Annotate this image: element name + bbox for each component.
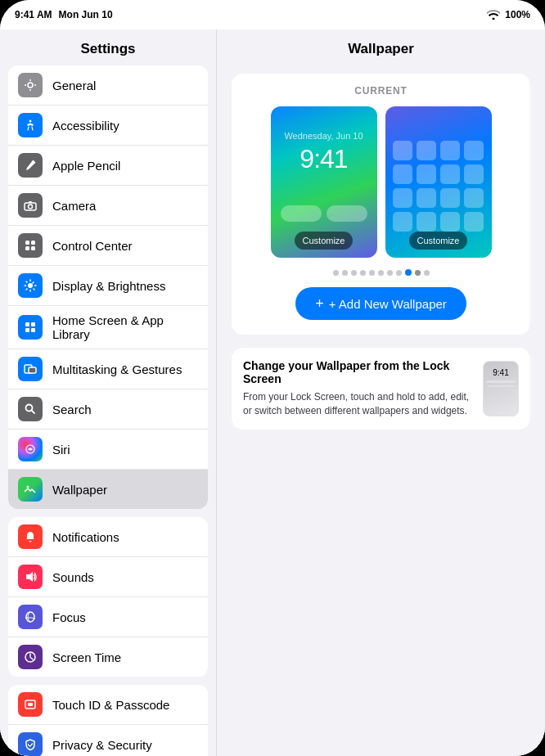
info-thumb-bar: [486, 380, 516, 383]
dot-11: [424, 270, 430, 276]
sidebar-item-homescreen[interactable]: Home Screen & App Library: [8, 306, 208, 349]
wallpaper-label: Wallpaper: [52, 483, 107, 497]
screentime-label: Screen Time: [52, 650, 121, 664]
svg-point-1: [29, 120, 32, 123]
multitasking-icon: [18, 357, 43, 381]
info-thumb: 9:41: [483, 361, 519, 416]
sidebar-item-siri[interactable]: Siri: [8, 430, 208, 470]
pagination-dots: [243, 269, 519, 276]
dot-8: [396, 270, 402, 276]
pencil-icon: [18, 153, 43, 178]
siri-icon: [18, 437, 43, 461]
info-thumb-time: 9:41: [493, 368, 508, 377]
accessibility-label: Accessibility: [52, 119, 119, 133]
dot-9-active: [405, 269, 412, 276]
focus-icon: [18, 605, 43, 629]
wallpaper-card: CURRENT Wednesday, Jun 10 9:41 Customize: [232, 74, 530, 335]
dot-2: [342, 270, 348, 276]
sidebar-section-1: General Accessibility Apple Pencil: [8, 65, 208, 509]
sidebar-section-2: Notifications Sounds Focus: [8, 517, 208, 677]
dot-3: [351, 270, 357, 276]
main-scroll: CURRENT Wednesday, Jun 10 9:41 Customize: [217, 65, 545, 756]
lock-screen-preview[interactable]: Wednesday, Jun 10 9:41 Customize: [271, 106, 377, 258]
siri-label: Siri: [52, 443, 70, 457]
sidebar-item-touchid[interactable]: Touch ID & Passcode: [8, 685, 208, 725]
time-display: 9:41 AM: [15, 9, 52, 20]
sidebar-item-search[interactable]: Search: [8, 389, 208, 430]
svg-point-15: [26, 405, 33, 412]
svg-rect-21: [28, 703, 33, 706]
dot-5: [369, 270, 375, 276]
svg-rect-4: [25, 241, 29, 245]
main-content: Wallpaper CURRENT Wednesday, Jun 10 9:41: [217, 29, 545, 756]
sounds-icon: [18, 565, 43, 589]
privacy-icon: [18, 732, 43, 756]
sidebar-item-focus[interactable]: Focus: [8, 597, 208, 637]
svg-point-3: [29, 205, 33, 209]
svg-marker-18: [26, 572, 33, 582]
sidebar-item-apple-pencil[interactable]: Apple Pencil: [8, 146, 208, 186]
svg-point-8: [28, 283, 33, 288]
sidebar-item-control-center[interactable]: Control Center: [8, 226, 208, 266]
sidebar-title: Settings: [0, 29, 216, 65]
info-thumb-bar2: [488, 385, 514, 387]
lock-date: Wednesday, Jun 10: [284, 131, 363, 141]
svg-rect-7: [31, 246, 35, 250]
notifications-icon: [18, 524, 43, 549]
sidebar: Settings General Accessibility: [0, 29, 217, 756]
apple-pencil-label: Apple Pencil: [52, 159, 120, 173]
notifications-label: Notifications: [52, 530, 119, 544]
touchid-label: Touch ID & Passcode: [52, 698, 169, 712]
sidebar-item-general[interactable]: General: [8, 65, 208, 106]
status-bar: 9:41 AM Mon Jun 10 100%: [0, 0, 545, 29]
add-wallpaper-button[interactable]: + + Add New Wallpaper: [295, 287, 466, 320]
dot-7: [387, 270, 393, 276]
homescreen-icon: [18, 315, 43, 340]
current-label: CURRENT: [243, 85, 519, 97]
home-customize-btn[interactable]: Customize: [409, 232, 468, 250]
search-label: Search: [52, 403, 92, 416]
general-icon: [18, 73, 43, 97]
main-title: Wallpaper: [217, 29, 545, 65]
svg-rect-12: [31, 328, 35, 332]
sidebar-item-multitasking[interactable]: Multitasking & Gestures: [8, 349, 208, 389]
device-frame: 9:41 AM Mon Jun 10 100% Settings: [0, 0, 545, 756]
content-area: Settings General Accessibility: [0, 29, 545, 756]
info-card-title: Change your Wallpaper from the Lock Scre…: [243, 359, 473, 385]
add-wallpaper-label: + Add New Wallpaper: [329, 297, 447, 311]
lock-widgets: [274, 199, 374, 228]
sidebar-item-display[interactable]: Display & Brightness: [8, 266, 208, 306]
search-icon: [18, 397, 43, 421]
control-center-icon: [18, 233, 43, 258]
add-icon: +: [315, 296, 324, 311]
focus-label: Focus: [52, 610, 86, 624]
date-display: Mon Jun 10: [59, 9, 113, 20]
wifi-icon: [487, 10, 500, 20]
accessibility-icon: [18, 113, 43, 137]
homescreen-label: Home Screen & App Library: [52, 313, 198, 341]
home-icons-grid: [393, 141, 484, 232]
svg-rect-9: [25, 322, 29, 326]
home-screen-preview[interactable]: Customize: [385, 106, 492, 258]
info-text: Change your Wallpaper from the Lock Scre…: [243, 359, 473, 418]
sidebar-item-notifications[interactable]: Notifications: [8, 517, 208, 557]
sidebar-item-camera[interactable]: Camera: [8, 186, 208, 226]
svg-rect-10: [31, 322, 35, 326]
camera-icon: [18, 193, 43, 218]
sidebar-item-sounds[interactable]: Sounds: [8, 557, 208, 597]
info-card-body: From your Lock Screen, touch and hold to…: [243, 390, 473, 418]
svg-point-17: [27, 486, 29, 488]
sounds-label: Sounds: [52, 570, 94, 584]
sidebar-item-privacy[interactable]: Privacy & Security: [8, 725, 208, 756]
sidebar-list: General Accessibility Apple Pencil: [0, 65, 216, 756]
sidebar-item-wallpaper[interactable]: Wallpaper: [8, 470, 208, 509]
info-card: Change your Wallpaper from the Lock Scre…: [232, 348, 530, 430]
dot-1: [333, 270, 339, 276]
display-icon: [18, 273, 43, 298]
privacy-label: Privacy & Security: [52, 738, 152, 752]
sidebar-item-accessibility[interactable]: Accessibility: [8, 106, 208, 146]
camera-label: Camera: [52, 199, 96, 213]
lock-customize-btn[interactable]: Customize: [295, 232, 354, 250]
svg-rect-11: [25, 328, 29, 332]
sidebar-item-screentime[interactable]: Screen Time: [8, 637, 208, 677]
